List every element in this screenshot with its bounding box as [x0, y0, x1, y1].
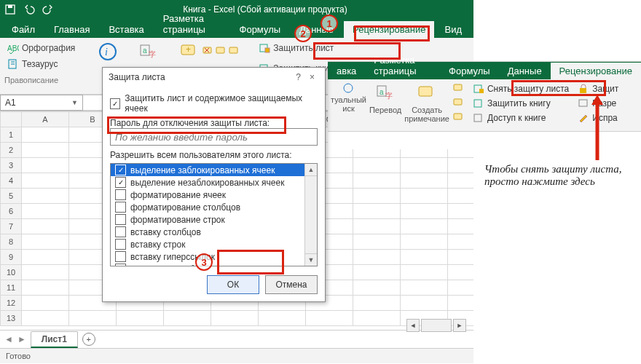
cell[interactable]: [353, 280, 401, 296]
sheet-tab-active[interactable]: Лист1: [31, 331, 78, 348]
ok-button[interactable]: ОК: [207, 275, 259, 294]
cell[interactable]: [353, 234, 401, 250]
sheet-nav-next-icon[interactable]: ►: [17, 334, 26, 344]
cell[interactable]: [401, 234, 448, 250]
cell[interactable]: [401, 173, 448, 189]
cell[interactable]: [22, 280, 69, 296]
tab2-insert[interactable]: авка: [328, 63, 365, 79]
protect-contents-checkbox-row[interactable]: ✓ Защитить лист и содержимое защищаемых …: [110, 93, 318, 114]
cell[interactable]: [448, 189, 474, 204]
cell[interactable]: [353, 204, 401, 219]
thesaurus-button[interactable]: Тезаурус: [4, 57, 78, 71]
cell[interactable]: [117, 311, 164, 326]
cell[interactable]: [353, 219, 401, 234]
tab-view[interactable]: Вид: [436, 21, 471, 38]
cell[interactable]: [211, 311, 259, 326]
tab2-data[interactable]: Данные: [499, 63, 551, 79]
tab-formulas[interactable]: Формулы: [231, 21, 290, 38]
protect-workbook-button-2[interactable]: Защитить книгу: [471, 97, 570, 110]
row-header[interactable]: 5: [1, 189, 22, 204]
protect-sheet-button[interactable]: Защитить лист: [256, 41, 347, 55]
checkbox-icon[interactable]: [115, 251, 126, 262]
smart-lookup[interactable]: i: [97, 41, 119, 63]
row-header[interactable]: 8: [1, 234, 22, 250]
delete-comment-icon[interactable]: [202, 45, 213, 57]
row-header[interactable]: 10: [1, 265, 22, 280]
cell[interactable]: [448, 296, 474, 311]
cell[interactable]: [22, 311, 69, 326]
scroll-right-icon[interactable]: ►: [453, 319, 466, 332]
share-workbook-button[interactable]: Доступ к книге: [471, 111, 570, 124]
cell[interactable]: [259, 311, 306, 326]
cell[interactable]: [22, 234, 69, 250]
cell[interactable]: [401, 158, 448, 173]
checkbox-icon[interactable]: [115, 214, 126, 225]
cell[interactable]: [22, 158, 69, 173]
translate[interactable]: a字: [138, 41, 160, 63]
tab2-review[interactable]: Рецензирование: [551, 63, 641, 79]
permission-item[interactable]: вставку столбцов: [111, 226, 305, 238]
next-comment-icon-2[interactable]: [452, 111, 464, 123]
scroll-track[interactable]: [421, 319, 452, 332]
sheet-nav-prev-icon[interactable]: ◄: [4, 334, 13, 344]
permission-item[interactable]: форматирование строк: [111, 213, 305, 226]
column-header[interactable]: A: [22, 112, 69, 127]
cell[interactable]: [22, 265, 69, 280]
cell[interactable]: [306, 311, 353, 326]
cell[interactable]: [22, 219, 69, 234]
row-header[interactable]: 3: [1, 158, 22, 173]
next-comment-icon[interactable]: [228, 45, 240, 57]
cell[interactable]: [22, 143, 69, 158]
cell[interactable]: [448, 280, 474, 296]
cell[interactable]: [448, 234, 474, 250]
cell[interactable]: [22, 173, 69, 189]
redo-icon[interactable]: [42, 4, 54, 15]
cell[interactable]: [22, 127, 69, 143]
permission-item[interactable]: ✓выделение заблокированных ячеек: [111, 164, 305, 176]
cell[interactable]: [22, 250, 69, 265]
checkbox-icon[interactable]: ✓: [115, 177, 126, 188]
cell[interactable]: [353, 311, 401, 326]
delete-comment-icon-2[interactable]: [452, 82, 464, 94]
listbox-scrollbar[interactable]: ▲ ▼: [304, 164, 317, 266]
password-input[interactable]: [110, 128, 318, 146]
row-header[interactable]: 1: [1, 127, 22, 143]
chevron-down-icon[interactable]: ▼: [71, 99, 78, 106]
scroll-up-icon[interactable]: ▲: [305, 164, 317, 176]
row-header[interactable]: 13: [1, 311, 22, 326]
permissions-listbox[interactable]: ✓выделение заблокированных ячеек✓выделен…: [110, 163, 318, 266]
unprotect-sheet-button[interactable]: Снять защиту листа: [471, 82, 570, 95]
cell[interactable]: [164, 311, 211, 326]
cell[interactable]: [353, 250, 401, 265]
cell[interactable]: [401, 250, 448, 265]
cell[interactable]: [448, 204, 474, 219]
checkbox-icon[interactable]: ✓: [110, 98, 120, 109]
new-comment-2[interactable]: Создать примечание: [404, 82, 449, 123]
cell[interactable]: [353, 173, 401, 189]
new-comment-icon[interactable]: +: [178, 41, 200, 63]
tab2-layout[interactable]: Разметка страницы: [365, 52, 440, 79]
smart-lookup-2[interactable]: туальный иск: [331, 82, 366, 113]
cell[interactable]: [69, 311, 117, 326]
row-header[interactable]: 7: [1, 219, 22, 234]
cell[interactable]: [448, 173, 474, 189]
cell[interactable]: [353, 296, 401, 311]
cell[interactable]: [448, 250, 474, 265]
tab-insert[interactable]: Вставка: [100, 21, 152, 38]
prev-comment-icon[interactable]: [215, 45, 227, 57]
permission-item[interactable]: ✓выделение незаблокированных ячеек: [111, 176, 305, 189]
cell[interactable]: [22, 296, 69, 311]
cell[interactable]: [401, 219, 448, 234]
add-sheet-button[interactable]: +: [82, 333, 95, 346]
prev-comment-icon-2[interactable]: [452, 97, 464, 108]
scroll-down-icon[interactable]: ▼: [305, 253, 317, 266]
save-icon[interactable]: [4, 4, 16, 15]
permission-item[interactable]: форматирование ячеек: [111, 189, 305, 201]
tab-layout[interactable]: Разметка страницы: [154, 10, 229, 38]
checkbox-icon[interactable]: [115, 202, 126, 213]
tab-file[interactable]: Файл: [3, 21, 44, 38]
cell[interactable]: [401, 280, 448, 296]
cell[interactable]: [401, 204, 448, 219]
row-header[interactable]: 12: [1, 296, 22, 311]
undo-icon[interactable]: [23, 4, 35, 15]
